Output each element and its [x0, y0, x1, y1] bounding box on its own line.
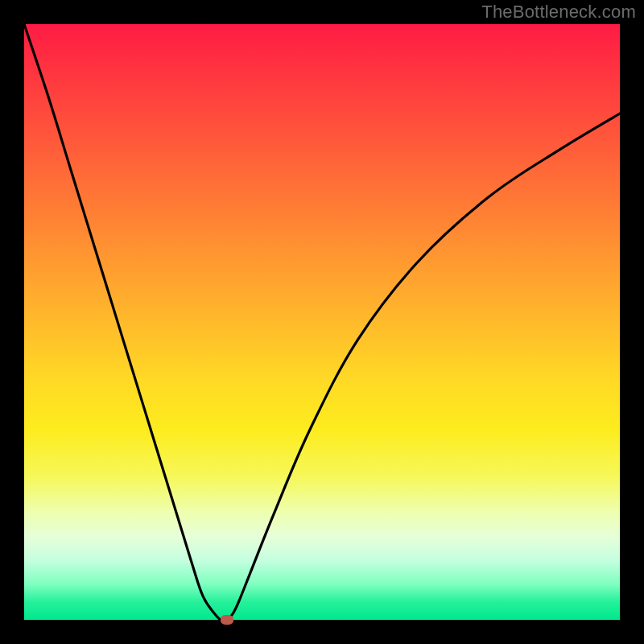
curve-path [24, 24, 620, 620]
curve-svg [24, 24, 620, 620]
vertex-marker [221, 615, 233, 625]
watermark-text: TheBottleneck.com [481, 2, 636, 23]
plot-area [24, 24, 620, 620]
chart-frame: TheBottleneck.com [0, 0, 644, 644]
